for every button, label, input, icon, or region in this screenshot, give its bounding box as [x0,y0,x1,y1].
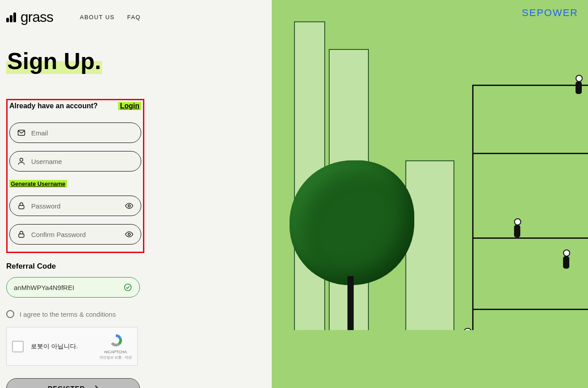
mail-icon [17,128,26,137]
already-row: Already have an account? Login [9,102,141,110]
password-input[interactable] [31,202,119,210]
recaptcha-label: 로봇이 아닙니다. [31,343,92,351]
confirm-password-input[interactable] [31,231,119,238]
terms-radio[interactable] [6,310,14,318]
recaptcha-checkbox[interactable] [12,341,24,352]
already-text: Already have an account? [9,102,98,110]
page-title: Sign Up. [6,48,102,74]
confirm-password-field-wrap[interactable] [9,224,141,245]
generate-username-link[interactable]: Generate Username [9,180,67,188]
logo-text: grass [20,9,53,25]
svg-point-6 [125,284,131,291]
register-button[interactable]: REGISTER [6,378,140,388]
recaptcha-icon [108,333,123,348]
username-input[interactable] [31,158,134,165]
svg-point-5 [128,233,131,236]
email-field-wrap[interactable] [9,123,141,143]
login-link[interactable]: Login [118,102,141,110]
referral-label: Referral Code [6,262,265,271]
nav-about[interactable]: ABOUT US [80,14,114,20]
email-input[interactable] [31,129,134,137]
user-icon [17,157,26,166]
password-field-wrap[interactable] [9,196,141,216]
nav: ABOUT US FAQ [80,14,141,20]
left-panel: grass ABOUT US FAQ Sign Up. Already have… [0,0,272,388]
register-label: REGISTER [48,385,85,388]
logo-bars-icon [6,12,16,22]
recaptcha-widget[interactable]: 로봇이 아닙니다. reCAPTCHA 개인정보 보호 · 약관 [6,327,138,366]
check-circle-icon [123,283,132,292]
signup-form-highlighted: Already have an account? Login Generate … [6,99,144,253]
city-illustration [272,0,588,388]
svg-rect-2 [19,205,24,209]
nav-faq[interactable]: FAQ [127,14,141,20]
lock-icon [17,230,26,239]
svg-rect-4 [19,234,24,237]
svg-point-3 [128,205,131,207]
eye-icon[interactable] [125,201,134,210]
arrow-right-icon [90,385,98,388]
lock-icon [17,201,26,210]
header: grass ABOUT US FAQ [6,9,265,25]
terms-row[interactable]: I agree to the terms & conditions [6,310,265,318]
eye-icon[interactable] [125,230,134,239]
referral-input[interactable] [14,284,118,291]
username-field-wrap[interactable] [9,151,141,172]
referral-field-wrap[interactable] [6,277,140,298]
recaptcha-branding: reCAPTCHA 개인정보 보호 · 약관 [99,333,132,360]
illustration-panel: SEPOWER [272,0,588,388]
terms-text: I agree to the terms & conditions [20,310,116,318]
logo[interactable]: grass [6,9,53,25]
svg-point-1 [20,158,23,161]
